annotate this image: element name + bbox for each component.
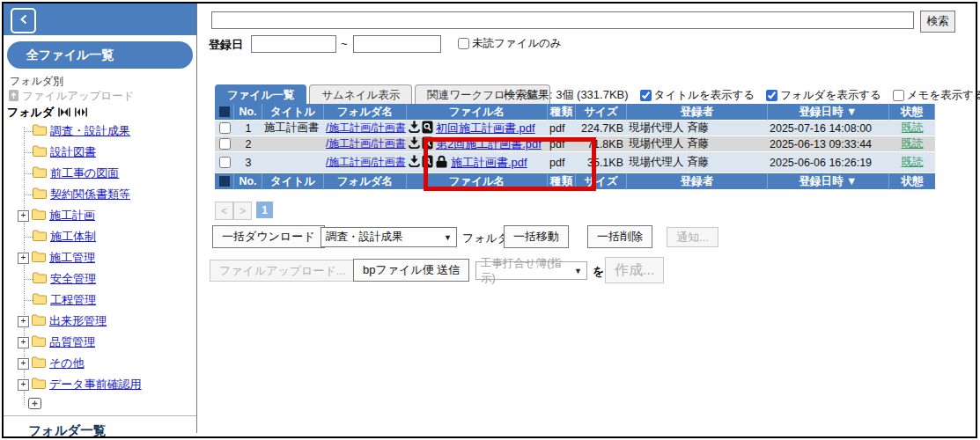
row-registrant: 現場代理人 斉藤 [627,136,768,152]
sidebar-folder-label[interactable]: 前工事の図面 [50,165,119,181]
preview-icon[interactable] [422,121,433,136]
preview-icon[interactable] [422,155,433,171]
create-button[interactable]: 作成... [605,257,664,283]
date-from-input[interactable] [251,35,336,53]
expand-node-icon[interactable]: + [18,210,29,222]
file-table: No. タイトル フォルダ名 ファイル名 種類 サイズ 登録者 登録日時 ▼ 状… [215,104,935,190]
row-select[interactable] [215,136,234,152]
expand-node-icon[interactable]: + [18,337,29,348]
next-page-button[interactable]: > [233,202,252,220]
status-link[interactable]: 既読 [902,155,924,170]
show-memo-option[interactable]: メモを表示する [893,88,980,103]
tab-file-list[interactable]: ファイル一覧 [215,84,306,105]
current-page-indicator[interactable]: 1 [256,202,273,218]
sidebar-folder-maekouji[interactable]: 前工事の図面 [7,163,195,184]
expand-node-icon[interactable]: + [18,316,29,327]
download-icon[interactable] [409,136,420,151]
date-to-input[interactable] [353,35,441,53]
sidebar-folder-label[interactable]: 設計図書 [50,144,96,160]
unread-only-option[interactable]: 未読ファイルのみ [458,36,562,51]
show-title-checkbox[interactable] [640,90,652,101]
row-checkbox[interactable] [219,138,231,150]
sidebar-file-upload-button[interactable]: ファイルアップロード [9,89,135,104]
tab-thumbnail-view[interactable]: サムネイル表示 [309,84,412,105]
folder-icon [33,145,47,159]
search-button[interactable]: 検索 [920,11,955,33]
select-all-header[interactable] [215,104,234,121]
show-memo-checkbox[interactable] [893,90,904,101]
sidebar-folder-label[interactable]: 施工体制 [50,229,96,245]
sidebar-folder-anzenkanri[interactable]: 安全管理 [7,268,195,290]
sidebar-folder-data-jizen[interactable]: + データ事前確認用 [7,374,195,395]
select-all-checkbox[interactable] [219,106,230,117]
sidebar-folder-label[interactable]: 施工管理 [49,250,95,266]
sidebar-folder-chousa-sekkei[interactable]: 調査・設計成果 [7,121,195,142]
keyword-search-input[interactable] [211,11,914,29]
row-select[interactable] [215,121,234,136]
preview-icon[interactable] [422,136,433,152]
col-type: 種類 [548,173,576,190]
sidebar-folder-sekkeitosho[interactable]: 設計図書 [7,142,195,163]
prev-page-button[interactable]: < [215,202,233,220]
expand-node-icon[interactable]: + [18,253,29,264]
folder-icon [33,272,47,286]
folder-select[interactable]: 調査・設計成果 ▼ [321,227,457,247]
notify-button[interactable]: 通知... [667,227,718,247]
sidebar-folder-label[interactable]: 安全管理 [50,271,96,287]
row-select[interactable] [215,152,234,173]
file-upload-button[interactable]: ファイルアップロード... [210,260,356,282]
sidebar-folder-label[interactable]: 出来形管理 [49,313,107,329]
sidebar-folder-sekoukeikaku[interactable]: + 施工計画 [7,205,195,226]
sidebar-folder-label[interactable]: その他 [49,356,85,371]
sidebar: 全ファイル一覧 フォルダ別 ファイルアップロード フォルダ 調査・設計成果 [4,4,197,433]
col-datetime-sort[interactable]: 登録日時 ▼ [768,104,889,121]
document-type-select[interactable]: 工事打合せ簿(指示) ▼ [475,261,587,280]
download-icon[interactable] [409,121,420,136]
bulk-move-button[interactable]: 一括移動 [504,225,569,248]
file-link[interactable]: 初回施工計画書.pdf [436,121,535,136]
folder-path-link[interactable]: /施工計画/計画書 [326,121,406,136]
all-files-button[interactable]: 全ファイル一覧 [7,41,193,69]
sidebar-folder-sekoutaisei[interactable]: 施工体制 [7,226,195,247]
status-link[interactable]: 既読 [902,121,924,136]
sidebar-folder-sekoukanri[interactable]: + 施工管理 [7,247,195,268]
show-folder-option[interactable]: フォルダを表示する [766,88,881,103]
file-link[interactable]: 施工計画書.pdf [451,155,527,171]
row-size: 71.8KB [576,136,627,152]
status-link[interactable]: 既読 [902,136,924,151]
expand-node-icon[interactable]: + [18,379,29,391]
sidebar-folder-label[interactable]: 品質管理 [49,334,95,350]
download-icon[interactable] [409,155,420,170]
collapse-all-icon[interactable] [58,106,70,120]
sidebar-folder-label[interactable]: 施工計画 [49,208,95,224]
sidebar-folder-label[interactable]: データ事前確認用 [49,377,142,392]
file-link[interactable]: 第2回施工計画書.pdf [436,136,542,152]
bp-file-send-button[interactable]: bpファイル便 送信 [353,259,469,282]
expand-node-icon[interactable]: + [18,358,29,370]
sidebar-folder-sonota[interactable]: + その他 [7,353,195,374]
sidebar-folder-label[interactable]: 工程管理 [50,292,96,308]
sidebar-folder-koutei[interactable]: 工程管理 [7,290,195,311]
row-checkbox[interactable] [219,122,231,134]
show-folder-checkbox[interactable] [766,90,777,101]
sidebar-folder-dekigata[interactable]: + 出来形管理 [7,311,195,332]
sidebar-folder-hinshitsu[interactable]: + 品質管理 [7,332,195,353]
folder-path-link[interactable]: /施工計画/計画書 [326,155,406,170]
row-checkbox[interactable] [219,157,231,168]
add-folder-button[interactable] [28,398,41,412]
row-title: 施工計画書 [262,121,324,136]
sidebar-folder-keiyaku[interactable]: 契約関係書類等 [7,184,195,205]
folder-path-link[interactable]: /施工計画/計画書 [326,136,406,151]
unread-only-checkbox[interactable] [458,38,469,49]
sidebar-folder-label[interactable]: 調査・設計成果 [50,123,130,139]
bulk-download-button[interactable]: 一括ダウンロード [212,225,325,248]
expand-all-icon[interactable] [75,106,87,120]
collapse-sidebar-button[interactable] [11,8,36,33]
sidebar-folder-label[interactable]: 契約関係書類等 [50,187,130,202]
particle-label: を [593,264,604,280]
col-datetime-sort[interactable]: 登録日時 ▼ [768,173,889,190]
bulk-delete-button[interactable]: 一括削除 [587,225,652,248]
show-title-option[interactable]: タイトルを表示する [640,88,755,103]
select-all-header[interactable] [215,173,234,190]
select-all-checkbox[interactable] [219,176,230,187]
